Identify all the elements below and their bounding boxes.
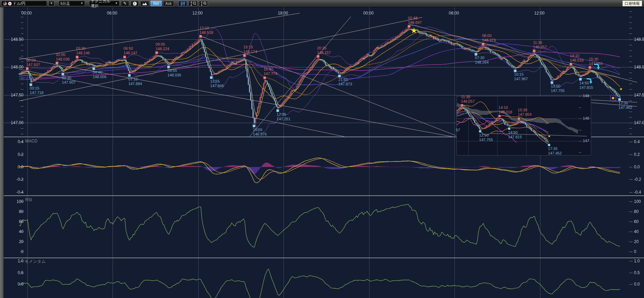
technical-select-label: テクニカル選択 [91, 0, 114, 8]
account-info-label: 口座情報 [625, 1, 640, 6]
area-chart-button[interactable] [140, 1, 149, 6]
zoom-in-button[interactable] [199, 1, 208, 6]
ask-label: Ask [165, 1, 172, 6]
info-button[interactable]: i [131, 1, 139, 6]
candle-chart-button[interactable] [178, 1, 187, 6]
technical-select-button[interactable]: テクニカル選択 ▼ [89, 1, 119, 6]
bid-label: Bid [153, 1, 159, 6]
chevron-down-icon: ▼ [80, 1, 83, 6]
zoom-in-icon [201, 1, 206, 6]
currency-pair-select[interactable]: ドル/円 [1, 1, 47, 6]
japan-flag-icon [8, 2, 12, 6]
bid-button[interactable]: Bid [151, 1, 162, 6]
area-chart-icon [142, 2, 147, 6]
chevron-down-icon: ▼ [50, 1, 53, 6]
pencil-icon: ✎ [123, 1, 127, 6]
candlestick-icon [180, 1, 185, 6]
currency-pair-label: ドル/円 [13, 1, 26, 6]
fx-chart-window: ドル/円 ▼ 5分足 ▼ テクニカル選択 ▼ ✎ i Bid Ask [0, 0, 644, 298]
timeframe-label: 5分足 [60, 1, 70, 6]
draw-tool-button[interactable]: ✎ [121, 1, 129, 6]
timeframe-select[interactable]: 5分足 ▼ [59, 1, 85, 6]
left-gutter[interactable] [0, 7, 4, 298]
chevron-down-icon: ▼ [115, 1, 118, 6]
zoom-out-button[interactable] [189, 1, 198, 6]
rsi-panel-title: RSI [25, 197, 32, 202]
chart-canvas[interactable] [0, 0, 644, 298]
momentum-panel-title: モメンタム [25, 259, 46, 264]
macd-panel-title: MACD [25, 139, 37, 143]
currency-dropdown-button[interactable]: ▼ [48, 1, 55, 6]
zoom-out-icon [190, 1, 196, 6]
info-icon: i [133, 2, 137, 6]
us-flag-icon [3, 2, 7, 6]
chart-toolbar: ドル/円 ▼ 5分足 ▼ テクニカル選択 ▼ ✎ i Bid Ask [0, 0, 644, 7]
account-info-button[interactable]: 口座情報 [623, 1, 642, 6]
ask-button[interactable]: Ask [163, 1, 174, 6]
